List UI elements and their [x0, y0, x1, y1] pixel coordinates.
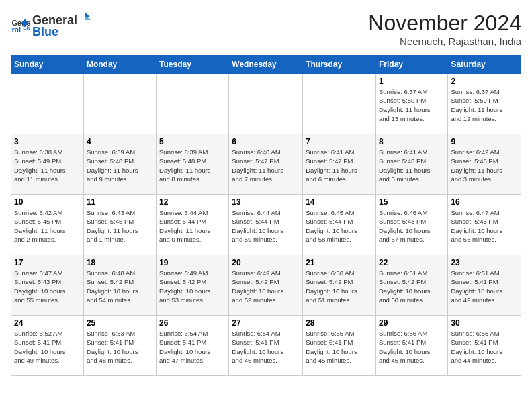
- calendar-cell: 30Sunrise: 6:56 AM Sunset: 5:41 PM Dayli…: [448, 316, 521, 376]
- day-header-thursday: Thursday: [303, 56, 376, 74]
- location-subtitle: Neemuch, Rajasthan, India: [368, 36, 521, 47]
- day-header-saturday: Saturday: [448, 56, 521, 74]
- week-row-1: 1Sunrise: 6:37 AM Sunset: 5:50 PM Daylig…: [11, 74, 521, 134]
- calendar-cell: 3Sunrise: 6:38 AM Sunset: 5:49 PM Daylig…: [11, 134, 84, 195]
- week-row-5: 24Sunrise: 6:52 AM Sunset: 5:41 PM Dayli…: [11, 316, 521, 376]
- day-info: Sunrise: 6:42 AM Sunset: 5:45 PM Dayligh…: [14, 208, 81, 244]
- day-info: Sunrise: 6:49 AM Sunset: 5:42 PM Dayligh…: [232, 269, 300, 304]
- day-info: Sunrise: 6:53 AM Sunset: 5:41 PM Dayligh…: [87, 329, 153, 365]
- day-number: 17: [14, 258, 81, 267]
- day-number: 27: [232, 318, 300, 328]
- day-number: 22: [379, 258, 445, 267]
- day-number: 16: [451, 197, 518, 207]
- logo-icon: Gene ral Blue: [11, 15, 30, 34]
- day-number: 19: [159, 258, 226, 267]
- calendar-cell: 14Sunrise: 6:45 AM Sunset: 5:44 PM Dayli…: [303, 195, 376, 255]
- title-area: November 2024 Neemuch, Rajasthan, India: [368, 11, 521, 47]
- day-info: Sunrise: 6:38 AM Sunset: 5:49 PM Dayligh…: [14, 148, 81, 183]
- calendar-cell: 11Sunrise: 6:43 AM Sunset: 5:45 PM Dayli…: [83, 195, 156, 255]
- calendar-cell: 12Sunrise: 6:44 AM Sunset: 5:44 PM Dayli…: [157, 195, 229, 255]
- calendar-cell: 18Sunrise: 6:48 AM Sunset: 5:42 PM Dayli…: [83, 255, 156, 316]
- day-info: Sunrise: 6:41 AM Sunset: 5:47 PM Dayligh…: [306, 148, 373, 183]
- day-header-wednesday: Wednesday: [229, 56, 303, 74]
- day-number: 5: [159, 137, 226, 146]
- day-number: 23: [451, 258, 518, 267]
- week-row-3: 10Sunrise: 6:42 AM Sunset: 5:45 PM Dayli…: [11, 195, 521, 255]
- day-info: Sunrise: 6:56 AM Sunset: 5:41 PM Dayligh…: [451, 329, 518, 365]
- day-number: 8: [379, 137, 445, 146]
- calendar-cell: [229, 74, 303, 134]
- day-info: Sunrise: 6:47 AM Sunset: 5:43 PM Dayligh…: [451, 208, 518, 244]
- calendar-cell: 7Sunrise: 6:41 AM Sunset: 5:47 PM Daylig…: [303, 134, 376, 195]
- day-header-sunday: Sunday: [11, 56, 84, 74]
- calendar-cell: [303, 74, 376, 134]
- day-info: Sunrise: 6:39 AM Sunset: 5:48 PM Dayligh…: [159, 148, 226, 183]
- calendar-cell: [157, 74, 229, 134]
- svg-text:ral: ral: [11, 26, 21, 34]
- logo: Gene ral Blue General Blue: [11, 11, 91, 39]
- calendar-cell: 13Sunrise: 6:44 AM Sunset: 5:44 PM Dayli…: [229, 195, 303, 255]
- day-number: 24: [14, 318, 81, 328]
- day-info: Sunrise: 6:56 AM Sunset: 5:41 PM Dayligh…: [379, 329, 445, 365]
- calendar-cell: 27Sunrise: 6:54 AM Sunset: 5:41 PM Dayli…: [229, 316, 303, 376]
- calendar-cell: 6Sunrise: 6:40 AM Sunset: 5:47 PM Daylig…: [229, 134, 303, 195]
- logo-bird-icon: [79, 11, 91, 24]
- day-info: Sunrise: 6:51 AM Sunset: 5:42 PM Dayligh…: [379, 269, 445, 304]
- day-info: Sunrise: 6:46 AM Sunset: 5:43 PM Dayligh…: [379, 208, 445, 244]
- calendar-cell: [83, 74, 156, 134]
- day-info: Sunrise: 6:48 AM Sunset: 5:42 PM Dayligh…: [87, 269, 153, 304]
- month-title: November 2024: [368, 11, 521, 36]
- day-number: 1: [379, 77, 445, 86]
- day-number: 3: [14, 137, 81, 146]
- day-number: 7: [306, 137, 373, 146]
- calendar-cell: 17Sunrise: 6:47 AM Sunset: 5:43 PM Dayli…: [11, 255, 84, 316]
- day-number: 26: [159, 318, 226, 328]
- calendar-cell: 28Sunrise: 6:55 AM Sunset: 5:41 PM Dayli…: [303, 316, 376, 376]
- calendar-cell: 26Sunrise: 6:54 AM Sunset: 5:41 PM Dayli…: [157, 316, 229, 376]
- day-info: Sunrise: 6:55 AM Sunset: 5:41 PM Dayligh…: [306, 329, 373, 365]
- day-number: 4: [87, 137, 153, 146]
- calendar-table: SundayMondayTuesdayWednesdayThursdayFrid…: [11, 55, 521, 376]
- day-number: 15: [379, 197, 445, 207]
- day-info: Sunrise: 6:40 AM Sunset: 5:47 PM Dayligh…: [232, 148, 300, 183]
- day-number: 12: [159, 197, 226, 207]
- day-number: 14: [306, 197, 373, 207]
- calendar-cell: 22Sunrise: 6:51 AM Sunset: 5:42 PM Dayli…: [375, 255, 447, 316]
- day-info: Sunrise: 6:51 AM Sunset: 5:41 PM Dayligh…: [451, 269, 518, 304]
- calendar-cell: 23Sunrise: 6:51 AM Sunset: 5:41 PM Dayli…: [448, 255, 521, 316]
- day-info: Sunrise: 6:54 AM Sunset: 5:41 PM Dayligh…: [232, 329, 300, 365]
- calendar-cell: 8Sunrise: 6:41 AM Sunset: 5:46 PM Daylig…: [375, 134, 447, 195]
- day-info: Sunrise: 6:47 AM Sunset: 5:43 PM Dayligh…: [14, 269, 81, 304]
- day-header-friday: Friday: [375, 56, 447, 74]
- day-number: 13: [232, 197, 300, 207]
- day-header-monday: Monday: [83, 56, 156, 74]
- day-info: Sunrise: 6:45 AM Sunset: 5:44 PM Dayligh…: [306, 208, 373, 244]
- day-number: 29: [379, 318, 445, 328]
- day-info: Sunrise: 6:49 AM Sunset: 5:42 PM Dayligh…: [159, 269, 226, 304]
- calendar-cell: 5Sunrise: 6:39 AM Sunset: 5:48 PM Daylig…: [157, 134, 229, 195]
- calendar-cell: 10Sunrise: 6:42 AM Sunset: 5:45 PM Dayli…: [11, 195, 84, 255]
- day-number: 10: [14, 197, 81, 207]
- week-row-4: 17Sunrise: 6:47 AM Sunset: 5:43 PM Dayli…: [11, 255, 521, 316]
- day-info: Sunrise: 6:42 AM Sunset: 5:46 PM Dayligh…: [451, 148, 518, 183]
- header: Gene ral Blue General Blue November 2024…: [11, 11, 521, 47]
- day-info: Sunrise: 6:44 AM Sunset: 5:44 PM Dayligh…: [159, 208, 226, 244]
- calendar-cell: 21Sunrise: 6:50 AM Sunset: 5:42 PM Dayli…: [303, 255, 376, 316]
- day-number: 2: [451, 77, 518, 86]
- day-info: Sunrise: 6:52 AM Sunset: 5:41 PM Dayligh…: [14, 329, 81, 365]
- calendar-cell: 2Sunrise: 6:37 AM Sunset: 5:50 PM Daylig…: [448, 74, 521, 134]
- calendar-cell: 9Sunrise: 6:42 AM Sunset: 5:46 PM Daylig…: [448, 134, 521, 195]
- calendar-cell: 25Sunrise: 6:53 AM Sunset: 5:41 PM Dayli…: [83, 316, 156, 376]
- day-info: Sunrise: 6:37 AM Sunset: 5:50 PM Dayligh…: [451, 87, 518, 123]
- day-number: 25: [87, 318, 153, 328]
- calendar-cell: 16Sunrise: 6:47 AM Sunset: 5:43 PM Dayli…: [448, 195, 521, 255]
- day-number: 6: [232, 137, 300, 146]
- day-number: 11: [87, 197, 153, 207]
- day-info: Sunrise: 6:37 AM Sunset: 5:50 PM Dayligh…: [379, 87, 445, 123]
- calendar-cell: 1Sunrise: 6:37 AM Sunset: 5:50 PM Daylig…: [375, 74, 447, 134]
- calendar-cell: 15Sunrise: 6:46 AM Sunset: 5:43 PM Dayli…: [375, 195, 447, 255]
- calendar-cell: [11, 74, 84, 134]
- day-info: Sunrise: 6:43 AM Sunset: 5:45 PM Dayligh…: [87, 208, 153, 244]
- calendar-cell: 4Sunrise: 6:39 AM Sunset: 5:48 PM Daylig…: [83, 134, 156, 195]
- day-info: Sunrise: 6:41 AM Sunset: 5:46 PM Dayligh…: [379, 148, 445, 183]
